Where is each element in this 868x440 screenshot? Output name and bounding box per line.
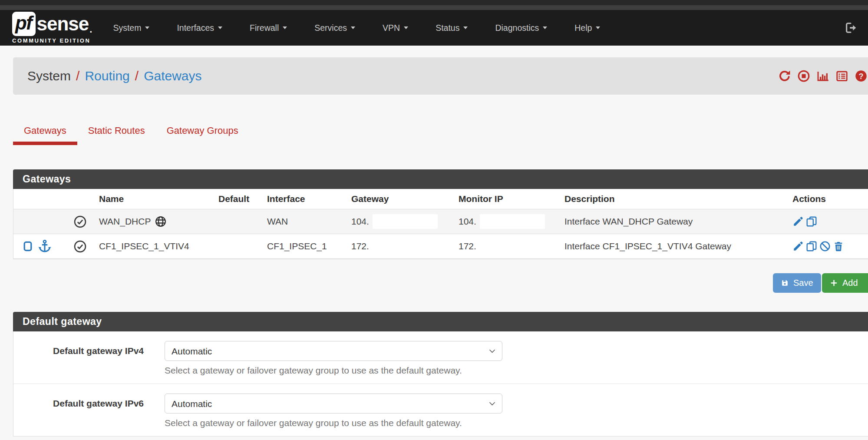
routing-tabs: Gateways Static Routes Gateway Groups: [13, 120, 868, 145]
default-gateway-ipv4-select[interactable]: Automatic: [165, 341, 502, 361]
pfsense-logo[interactable]: pf sense . COMMUNITY EDITION: [12, 12, 92, 44]
chevron-down-icon: [596, 26, 600, 29]
chevron-down-icon: [543, 26, 547, 29]
table-row: CF1_IPSEC_1_VTIV4 CF1_IPSEC_1 172. 172. …: [13, 234, 868, 259]
redaction-box: [480, 214, 545, 229]
gateway-name: WAN_DHCP: [99, 216, 151, 227]
ban-icon[interactable]: [819, 241, 831, 252]
square-outline-icon: [22, 241, 33, 252]
add-button[interactable]: Add: [822, 273, 868, 293]
menu-services[interactable]: Services: [314, 23, 355, 33]
tab-static-routes[interactable]: Static Routes: [77, 120, 156, 145]
breadcrumb-separator: /: [135, 69, 139, 83]
default-gateway-ipv4-label: Default gateway IPv4: [13, 341, 144, 376]
menu-diagnostics[interactable]: Diagnostics: [495, 23, 547, 33]
gateway-address: 172.: [351, 241, 369, 251]
svg-text:?: ?: [858, 72, 863, 81]
refresh-icon[interactable]: [778, 69, 791, 83]
column-default: Default: [213, 194, 262, 204]
check-circle-icon: [73, 215, 87, 228]
brand-edition-text: COMMUNITY EDITION: [12, 37, 92, 44]
default-gateway-panel-header: Default gateway: [13, 312, 868, 331]
form-row-ipv4: Default gateway IPv4 Automatic Select a …: [13, 331, 868, 384]
tab-gateway-groups[interactable]: Gateway Groups: [156, 120, 249, 145]
chevron-down-icon: [351, 26, 355, 29]
column-name: Name: [94, 194, 213, 204]
gateway-interface: CF1_IPSEC_1: [262, 241, 346, 251]
gateways-panel-header: Gateways: [13, 169, 868, 189]
sign-out-icon[interactable]: [845, 22, 857, 36]
breadcrumb-bar: System / Routing / Gateways: [13, 57, 868, 95]
gateways-table: Name Default Interface Gateway Monitor I…: [13, 189, 868, 259]
column-monitor-ip: Monitor IP: [453, 194, 559, 204]
browser-toolbar-strip: [0, 5, 868, 10]
monitoring-graph-icon[interactable]: [816, 69, 829, 83]
default-gateway-ipv6-label: Default gateway IPv6: [13, 394, 144, 428]
brand-sense-text: sense: [37, 13, 89, 35]
default-gateway-panel: Default gateway Default gateway IPv4 Aut…: [13, 312, 868, 437]
log-list-icon[interactable]: [835, 69, 848, 83]
actions-bar: Save Add: [13, 273, 868, 293]
menu-system[interactable]: System: [113, 23, 149, 33]
monitor-ip: 104.: [459, 216, 476, 227]
breadcrumb-section: System: [27, 69, 71, 83]
edit-icon[interactable]: [792, 216, 804, 227]
table-row: WAN_DHCP WAN 104. 104. Interface WAN_DHC…: [13, 209, 868, 234]
panel-title: Gateways: [23, 173, 71, 185]
chevron-down-icon: [463, 26, 468, 29]
edit-icon[interactable]: [792, 241, 804, 252]
anchor-icon: [37, 239, 52, 254]
gateways-panel: Gateways Name Default Interface Gateway …: [13, 169, 868, 259]
field-help-text: Select a gateway or failover gateway gro…: [165, 365, 502, 376]
gateway-interface: WAN: [262, 216, 346, 227]
column-actions: Actions: [787, 194, 868, 204]
chevron-down-icon: [145, 26, 149, 29]
gateway-description: Interface WAN_DHCP Gateway: [559, 216, 787, 227]
breadcrumb: System / Routing / Gateways: [27, 69, 202, 83]
breadcrumb-separator: /: [76, 69, 79, 83]
copy-icon[interactable]: [806, 241, 817, 252]
breadcrumb-link-routing[interactable]: Routing: [85, 69, 129, 83]
check-circle-icon: [73, 240, 87, 253]
redaction-box: [373, 214, 438, 229]
breadcrumb-action-icons: ?: [778, 57, 868, 95]
copy-icon[interactable]: [806, 216, 817, 227]
stop-icon[interactable]: [797, 69, 810, 83]
menu-status[interactable]: Status: [436, 23, 468, 33]
field-help-text: Select a gateway or failover gateway gro…: [165, 418, 502, 428]
chevron-down-icon: [404, 26, 408, 29]
menu-firewall[interactable]: Firewall: [250, 23, 287, 33]
browser-chrome-strip: [0, 0, 868, 5]
plus-icon: [830, 279, 838, 287]
breadcrumb-link-gateways[interactable]: Gateways: [144, 69, 201, 83]
globe-icon: [155, 215, 167, 228]
panel-title: Default gateway: [23, 316, 102, 328]
form-row-ipv6: Default gateway IPv6 Automatic Select a …: [13, 384, 868, 436]
main-menu: System Interfaces Firewall Services VPN …: [113, 23, 600, 33]
save-icon: [781, 279, 789, 287]
delete-icon[interactable]: [833, 241, 844, 252]
save-button[interactable]: Save: [773, 273, 821, 293]
table-header-row: Name Default Interface Gateway Monitor I…: [13, 189, 868, 209]
chevron-down-icon: [283, 26, 287, 29]
top-navbar: pf sense . COMMUNITY EDITION System Inte…: [0, 10, 868, 46]
column-description: Description: [559, 194, 787, 204]
gateway-description: Interface CF1_IPSEC_1_VTIV4 Gateway: [559, 241, 787, 251]
tab-gateways[interactable]: Gateways: [13, 120, 77, 145]
menu-help[interactable]: Help: [574, 23, 600, 33]
column-gateway: Gateway: [346, 194, 453, 204]
monitor-ip: 172.: [459, 241, 476, 251]
gateway-name: CF1_IPSEC_1_VTIV4: [99, 241, 189, 251]
menu-interfaces[interactable]: Interfaces: [177, 23, 222, 33]
pf-logo-box: pf: [12, 12, 36, 36]
default-gateway-ipv6-select[interactable]: Automatic: [165, 394, 502, 414]
chevron-down-icon: [218, 26, 222, 29]
column-interface: Interface: [262, 194, 346, 204]
menu-vpn[interactable]: VPN: [383, 23, 408, 33]
brand-reg-mark: .: [89, 24, 92, 35]
gateway-address: 104.: [351, 216, 369, 227]
help-icon[interactable]: ?: [855, 69, 868, 83]
